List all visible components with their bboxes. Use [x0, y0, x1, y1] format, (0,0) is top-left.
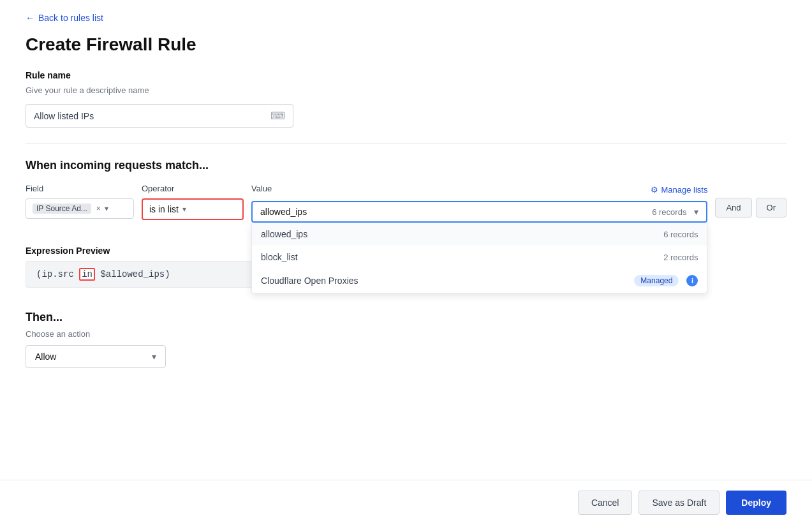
field-label: Field [26, 184, 134, 193]
back-link-label: Back to rules list [38, 13, 103, 23]
expression-highlight: in [79, 268, 95, 281]
arrow-left-icon: ← [26, 13, 34, 23]
cancel-button[interactable]: Cancel [578, 491, 633, 515]
dropdown-item-meta-0: 6 records [663, 230, 698, 239]
page-title: Create Firewall Rule [26, 34, 786, 55]
manage-lists-link[interactable]: ⚙ Manage lists [651, 185, 707, 195]
action-select[interactable]: Allow ▾ [26, 345, 166, 368]
value-chevron-icon: ▾ [694, 207, 698, 217]
keyboard-icon: ⌨ [270, 110, 285, 122]
expression-prefix: (ip.src [36, 269, 79, 279]
rule-name-hint: Give your rule a descriptive name [26, 85, 786, 95]
value-select-wrapper: allowed_ips 6 records ▾ allowed_ips 6 re… [251, 201, 707, 223]
rule-name-input[interactable]: Allow listed IPs ⌨ [26, 104, 293, 128]
field-tag: IP Source Ad... [33, 203, 91, 214]
manage-lists-label: Manage lists [661, 185, 707, 195]
managed-badge: Managed [634, 275, 679, 286]
value-select[interactable]: allowed_ips 6 records ▾ [251, 201, 707, 223]
rule-name-value: Allow listed IPs [34, 111, 94, 121]
or-button[interactable]: Or [756, 198, 786, 218]
and-or-group: And Or [715, 198, 786, 219]
operator-value: is in list [149, 204, 179, 214]
dropdown-item-name-2: Cloudflare Open Proxies [261, 276, 358, 286]
operator-label: Operator [142, 184, 244, 193]
section-divider [26, 143, 786, 144]
field-select[interactable]: IP Source Ad... × ▾ [26, 198, 134, 219]
value-dropdown: allowed_ips 6 records block_list 2 recor… [251, 223, 707, 293]
back-to-rules-link[interactable]: ← Back to rules list [26, 13, 103, 23]
field-column: Field IP Source Ad... × ▾ [26, 184, 134, 219]
and-button[interactable]: And [715, 198, 751, 218]
rule-name-label: Rule name [26, 70, 786, 80]
then-title: Then... [26, 311, 786, 324]
dropdown-item-meta-1: 2 records [663, 253, 698, 262]
then-section: Then... Choose an action Allow ▾ [26, 311, 786, 368]
value-label: Value [251, 184, 272, 193]
action-chevron-icon: ▾ [152, 351, 156, 362]
action-value: Allow [35, 351, 56, 362]
gear-icon: ⚙ [651, 185, 658, 195]
value-selected: allowed_ips [260, 207, 307, 217]
expression-suffix: $allowed_ips) [95, 269, 170, 279]
condition-row: Field IP Source Ad... × ▾ Operator is in… [26, 184, 786, 223]
dropdown-item-name-1: block_list [261, 252, 298, 262]
value-column: Value ⚙ Manage lists allowed_ips 6 recor… [251, 184, 707, 223]
deploy-button[interactable]: Deploy [726, 491, 786, 515]
info-icon: i [686, 275, 698, 286]
field-chevron-icon: ▾ [105, 204, 108, 213]
save-draft-button[interactable]: Save as Draft [639, 491, 720, 515]
operator-select[interactable]: is in list ▾ [142, 198, 244, 220]
operator-column: Operator is in list ▾ [142, 184, 244, 220]
dropdown-item-name-0: allowed_ips [261, 229, 307, 239]
operator-chevron-icon: ▾ [182, 205, 186, 214]
footer-bar: Cancel Save as Draft Deploy [0, 480, 812, 525]
dropdown-item-cloudflare-proxies[interactable]: Cloudflare Open Proxies Managed i [252, 269, 707, 293]
dropdown-item-block-list[interactable]: block_list 2 records [252, 246, 707, 269]
match-title: When incoming requests match... [26, 159, 786, 172]
value-records: 6 records [652, 207, 686, 217]
action-hint: Choose an action [26, 329, 786, 339]
dropdown-item-allowed-ips[interactable]: allowed_ips 6 records [252, 223, 707, 246]
field-clear-icon[interactable]: × [96, 204, 101, 213]
